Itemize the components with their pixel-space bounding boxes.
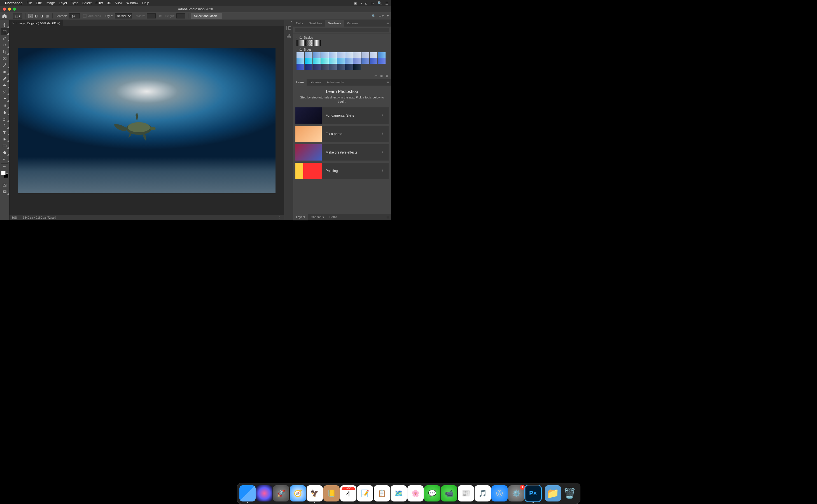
new-gradient-icon[interactable]: ⊞ (380, 74, 383, 78)
gradient-swatch[interactable] (305, 40, 313, 46)
menu-layer[interactable]: Layer (59, 1, 67, 5)
intersect-selection-icon[interactable]: ◫ (45, 14, 50, 18)
gradient-swatch[interactable] (378, 58, 386, 64)
canvas-image[interactable] (18, 48, 276, 193)
gradient-swatch[interactable] (313, 40, 321, 46)
menu-filter[interactable]: Filter (95, 1, 103, 5)
close-tab-icon[interactable]: × (12, 21, 15, 25)
new-selection-icon[interactable]: ▪ (28, 14, 33, 18)
gradient-swatch[interactable] (345, 64, 353, 70)
gradient-swatch[interactable] (329, 64, 337, 70)
minimize-window-button[interactable] (8, 8, 11, 11)
blur-tool[interactable] (1, 109, 9, 116)
panel-menu-icon[interactable]: ☰ (385, 81, 391, 84)
tab-gradients[interactable]: Gradients (325, 20, 344, 27)
tab-color[interactable]: Color (293, 20, 306, 27)
screen-mode-icon[interactable]: ▭ ▾ (379, 14, 384, 18)
magic-wand-tool[interactable] (1, 42, 9, 48)
gradient-swatch[interactable] (297, 58, 304, 64)
status-flyout-icon[interactable]: 〉 (279, 216, 282, 220)
path-selection-tool[interactable] (1, 136, 9, 142)
tool-preset-picker[interactable]: ⬚ ▾ (13, 13, 22, 19)
gradient-swatch[interactable] (370, 52, 377, 58)
menu-3d[interactable]: 3D (107, 1, 111, 5)
menu-help[interactable]: Help (142, 1, 149, 5)
gradient-swatch[interactable] (329, 58, 337, 64)
menu-file[interactable]: File (27, 1, 32, 5)
zoom-level[interactable]: 50% (12, 216, 17, 219)
spot-healing-tool[interactable] (1, 69, 9, 75)
home-button[interactable] (2, 13, 7, 18)
gradient-group-header[interactable]: ⌄🗀Basics (295, 36, 389, 39)
gradient-swatch[interactable] (353, 58, 361, 64)
panel-menu-icon[interactable]: ☰ (385, 22, 391, 25)
gradient-swatch[interactable] (370, 58, 377, 64)
add-selection-icon[interactable]: ◧ (34, 14, 38, 18)
learn-item[interactable]: Make creative effects〉 (295, 144, 389, 161)
brush-tool[interactable] (1, 75, 9, 82)
menu-view[interactable]: View (115, 1, 122, 5)
new-group-icon[interactable]: 🗀 (374, 74, 377, 78)
rectangle-tool[interactable] (1, 142, 9, 149)
menu-image[interactable]: Image (46, 1, 55, 5)
style-select[interactable]: Normal (115, 13, 132, 18)
search-icon[interactable]: 🔍 (377, 1, 382, 5)
tab-libraries[interactable]: Libraries (307, 79, 324, 86)
menu-window[interactable]: Window (126, 1, 138, 5)
tab-swatches[interactable]: Swatches (306, 20, 325, 27)
gradient-swatch[interactable] (362, 58, 369, 64)
hand-tool[interactable] (1, 149, 9, 156)
notification-icon[interactable]: ▪ (360, 1, 362, 5)
edit-toolbar-button[interactable]: ⋯ (1, 164, 9, 169)
panel-menu-icon[interactable]: ☰ (385, 215, 391, 219)
panel-icon-2[interactable] (286, 33, 291, 38)
tab-patterns[interactable]: Patterns (344, 20, 361, 27)
close-window-button[interactable] (3, 8, 6, 11)
gradient-swatch[interactable] (321, 64, 329, 70)
app-menu[interactable]: Photoshop (5, 1, 23, 5)
canvas-viewport[interactable] (10, 26, 284, 215)
gradient-swatch[interactable] (321, 58, 329, 64)
gradient-swatch[interactable] (353, 52, 361, 58)
gradient-swatch[interactable] (305, 52, 313, 58)
zoom-tool[interactable] (1, 156, 9, 162)
gradient-group-header[interactable]: ⌄🗀Blues (295, 48, 389, 51)
gradient-tool[interactable] (1, 102, 9, 109)
move-tool[interactable] (1, 22, 9, 28)
gradient-swatch[interactable] (337, 64, 345, 70)
feather-input[interactable] (69, 13, 80, 18)
select-and-mask-button[interactable]: Select and Mask... (191, 13, 222, 19)
screen-mode-button[interactable] (1, 189, 9, 195)
crop-tool[interactable] (1, 48, 9, 55)
gradient-swatch[interactable] (337, 58, 345, 64)
gradient-swatch[interactable] (378, 52, 386, 58)
creative-cloud-icon[interactable]: ◉ (354, 1, 357, 5)
gradient-swatch[interactable] (305, 58, 313, 64)
gradient-swatch[interactable] (297, 64, 304, 70)
gradient-swatch[interactable] (313, 52, 321, 58)
gradient-search-input[interactable] (295, 28, 389, 32)
gradient-swatch[interactable] (321, 52, 329, 58)
subtract-selection-icon[interactable]: ◨ (39, 14, 44, 18)
type-tool[interactable] (1, 129, 9, 136)
gradient-swatch[interactable] (297, 52, 304, 58)
menu-edit[interactable]: Edit (36, 1, 42, 5)
gradient-swatch[interactable] (313, 64, 321, 70)
gradient-swatch[interactable] (345, 58, 353, 64)
gradient-swatch[interactable] (329, 52, 337, 58)
document-tab[interactable]: × Image_27.jpg @ 50% (RGB/8#) (10, 20, 63, 26)
tab-learn[interactable]: Learn (293, 79, 307, 86)
gradient-swatch[interactable] (297, 40, 304, 46)
spotlight-icon[interactable]: ⌕ (365, 1, 367, 5)
tab-layers[interactable]: Layers (293, 214, 308, 220)
panel-icon-1[interactable] (286, 25, 291, 30)
lasso-tool[interactable] (1, 35, 9, 42)
eyedropper-tool[interactable] (1, 62, 9, 69)
rectangular-marquee-tool[interactable] (1, 28, 9, 35)
learn-item[interactable]: Painting〉 (295, 163, 389, 179)
gradient-swatch[interactable] (313, 58, 321, 64)
document-dimensions[interactable]: 3840 px x 2160 px (72 ppi) (23, 216, 56, 219)
frame-tool[interactable] (1, 55, 9, 62)
displays-icon[interactable]: ▭ (371, 1, 374, 5)
search-icon[interactable]: 🔍 (372, 14, 376, 18)
